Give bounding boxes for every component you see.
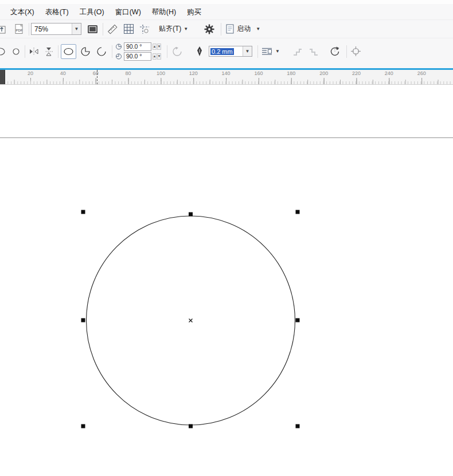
options-button[interactable]: [202, 22, 217, 37]
menu-text[interactable]: 文本(X): [10, 9, 34, 16]
start-angle-spinner[interactable]: ▲▼: [153, 44, 161, 50]
launch-label: 启动: [237, 24, 251, 34]
horizontal-ruler[interactable]: 20406080100120140160180200220240260: [0, 70, 453, 85]
ruler-tick-label: 40: [60, 71, 66, 76]
target-icon: [350, 46, 361, 57]
menu-buy[interactable]: 购买: [187, 9, 201, 16]
rotate-icon: [329, 46, 341, 57]
guidelines-icon: [139, 23, 150, 35]
ellipse-tool-icon: [0, 44, 6, 59]
arc-mode-button[interactable]: [94, 44, 109, 59]
rotate-button[interactable]: [327, 44, 342, 59]
outline-width-dropdown-button[interactable]: ▼: [243, 46, 252, 56]
toolbar-separator: [346, 45, 347, 58]
snap-to-button[interactable]: 贴齐(T) ▼: [157, 22, 190, 37]
outline-pen-icon: [196, 46, 203, 57]
ruler-tick-label: 80: [126, 71, 131, 76]
end-angle-value: 90.0 °: [126, 53, 142, 60]
selection-handle-top-right[interactable]: [296, 210, 300, 214]
paste-icon-glyph: [0, 24, 8, 34]
selection-handle-middle-right[interactable]: [296, 318, 300, 322]
mirror-vertical-icon: [44, 46, 54, 57]
menu-window[interactable]: 窗口(W): [115, 9, 141, 16]
zoom-level-value: 75%: [32, 23, 72, 34]
circle-icon: [12, 48, 20, 56]
chevron-down-icon: ▼: [275, 49, 280, 54]
drawing-canvas[interactable]: [0, 85, 453, 476]
wrap-text-icon: [261, 46, 273, 57]
paste-icon[interactable]: [0, 22, 8, 37]
ruler-tick-label: 140: [222, 71, 231, 76]
ruler-tick-label: 180: [287, 71, 295, 76]
ruler-tick-label: 220: [352, 71, 361, 76]
zoom-level-combo[interactable]: 75% ▼: [31, 23, 81, 35]
ruler-tick-label: 20: [28, 71, 33, 76]
pdf-icon: PDF: [13, 23, 25, 35]
fullscreen-preview-button[interactable]: [85, 22, 100, 37]
ruler-tick-label: 200: [319, 71, 328, 76]
zoom-dropdown-button[interactable]: ▼: [72, 23, 81, 34]
arc-mode-icon: [96, 46, 107, 57]
end-angle-spinner[interactable]: ▲▼: [153, 53, 161, 60]
change-direction-button[interactable]: [170, 44, 185, 59]
ruler-tick-label: 160: [254, 71, 263, 76]
pie-mode-button[interactable]: [78, 44, 93, 59]
mirror-horizontal-button[interactable]: [27, 44, 41, 59]
rulers-toggle-button[interactable]: [105, 22, 120, 37]
mirror-vertical-button[interactable]: [42, 44, 56, 59]
to-back-button[interactable]: [307, 44, 321, 59]
ellipse-glyph: [0, 46, 6, 57]
angle-controls: 90.0 ° ▲▼ 90.0 ° ▲▼: [115, 42, 161, 61]
toolbar-spacer: [0, 64, 453, 68]
start-angle-value: 90.0 °: [126, 43, 142, 50]
mirror-horizontal-icon: [29, 46, 39, 57]
wrap-text-button[interactable]: ▼: [259, 44, 282, 59]
center-target-button[interactable]: [349, 44, 363, 59]
ruler-icon: [107, 23, 118, 35]
svg-text:PDF: PDF: [16, 29, 23, 32]
toolbar-separator: [112, 45, 112, 58]
pie-mode-icon: [80, 46, 91, 57]
to-front-button[interactable]: [291, 44, 304, 59]
publish-pdf-button[interactable]: PDF: [11, 22, 26, 37]
ellipse-mode-button[interactable]: [61, 44, 76, 59]
selection-handle-bottom-left[interactable]: [81, 424, 85, 428]
ruler-origin[interactable]: [0, 70, 5, 84]
ruler-tick-label: 240: [385, 71, 393, 76]
grid-toggle-button[interactable]: [121, 22, 136, 37]
selection-handle-bottom-right[interactable]: [296, 424, 300, 428]
selection-handle-middle-left[interactable]: [81, 318, 85, 322]
menu-table[interactable]: 表格(T): [45, 9, 69, 16]
outline-width-combo[interactable]: 0.2 mm ▼: [209, 46, 252, 57]
ruler-tick-label: 120: [189, 71, 198, 76]
toolbar-separator: [103, 23, 103, 36]
selection-handle-bottom-center[interactable]: [189, 424, 193, 428]
toolbar-separator: [25, 45, 25, 58]
toolbar-separator: [29, 23, 29, 36]
circle-shape-button[interactable]: [9, 44, 23, 59]
end-angle-icon: [115, 53, 123, 60]
start-angle-field[interactable]: 90.0 °: [124, 42, 151, 51]
selection-handle-top-center[interactable]: [189, 213, 193, 217]
ruler-tick-label: 260: [417, 71, 426, 76]
property-bar: 90.0 ° ▲▼ 90.0 ° ▲▼: [0, 38, 453, 64]
toolbar-separator: [221, 23, 221, 36]
launch-button[interactable]: 启动 ▼: [224, 22, 263, 37]
chevron-down-icon: ▼: [183, 27, 188, 32]
end-angle-field[interactable]: 90.0 °: [124, 52, 151, 61]
gear-icon: [204, 23, 215, 35]
to-front-icon: [292, 47, 303, 56]
ruler-tick-label: 100: [157, 71, 165, 76]
ruler-tick-label: 60: [93, 71, 99, 76]
menu-tools[interactable]: 工具(O): [80, 9, 104, 16]
outline-width-value: 0.2 mm: [209, 46, 243, 56]
guidelines-toggle-button[interactable]: [137, 22, 152, 37]
menu-help[interactable]: 帮助(H): [152, 9, 176, 16]
object-center-marker[interactable]: [189, 319, 193, 322]
outline-width-icon-button[interactable]: [193, 44, 206, 59]
selection-handle-top-left[interactable]: [81, 210, 85, 214]
start-angle-icon: [115, 43, 123, 50]
menu-bar: 文本(X) 表格(T) 工具(O) 窗口(W) 帮助(H) 购买: [0, 0, 453, 20]
grid-icon: [123, 23, 134, 34]
change-direction-icon: [172, 46, 182, 57]
